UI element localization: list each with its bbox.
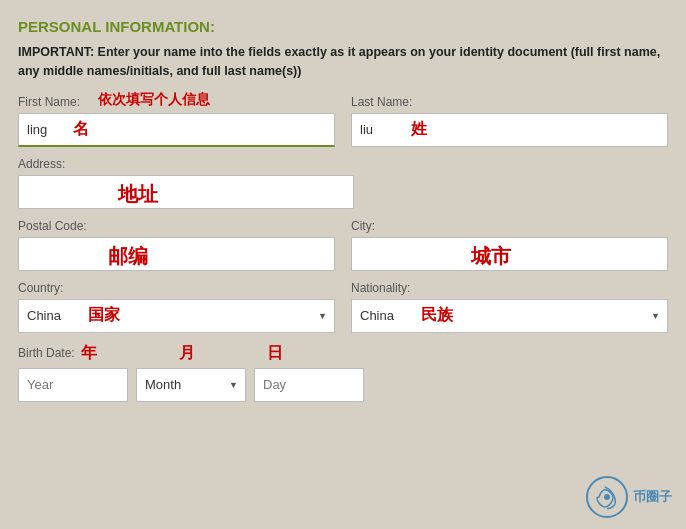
address-label: Address: (18, 157, 354, 171)
country-select[interactable]: China (18, 299, 335, 333)
logo-area: 币圈子 (585, 475, 672, 519)
country-label: Country: (18, 281, 335, 295)
page-title: PERSONAL INFORMATION: (18, 18, 668, 35)
important-notice: IMPORTANT: Enter your name into the fiel… (18, 43, 668, 81)
svg-point-1 (604, 494, 610, 500)
logo-icon (585, 475, 629, 519)
birth-year-hint: 年 (81, 343, 97, 364)
first-name-input[interactable] (18, 113, 335, 147)
nationality-label: Nationality: (351, 281, 668, 295)
birth-day-hint: 日 (267, 343, 283, 364)
birth-year-input[interactable] (18, 368, 128, 402)
nationality-select[interactable]: China (351, 299, 668, 333)
last-name-label: Last Name: (351, 95, 668, 109)
last-name-input[interactable] (351, 113, 668, 147)
logo-text: 币圈子 (633, 488, 672, 506)
postal-code-input[interactable] (18, 237, 335, 271)
city-input[interactable] (351, 237, 668, 271)
address-input[interactable] (18, 175, 354, 209)
city-label: City: (351, 219, 668, 233)
birth-month-select[interactable]: Month January February March April May J… (136, 368, 246, 402)
birth-day-input[interactable] (254, 368, 364, 402)
birth-month-hint: 月 (179, 343, 195, 364)
postal-code-label: Postal Code: (18, 219, 335, 233)
birth-date-label: Birth Date: (18, 346, 75, 360)
first-name-label: First Name: (18, 95, 335, 109)
